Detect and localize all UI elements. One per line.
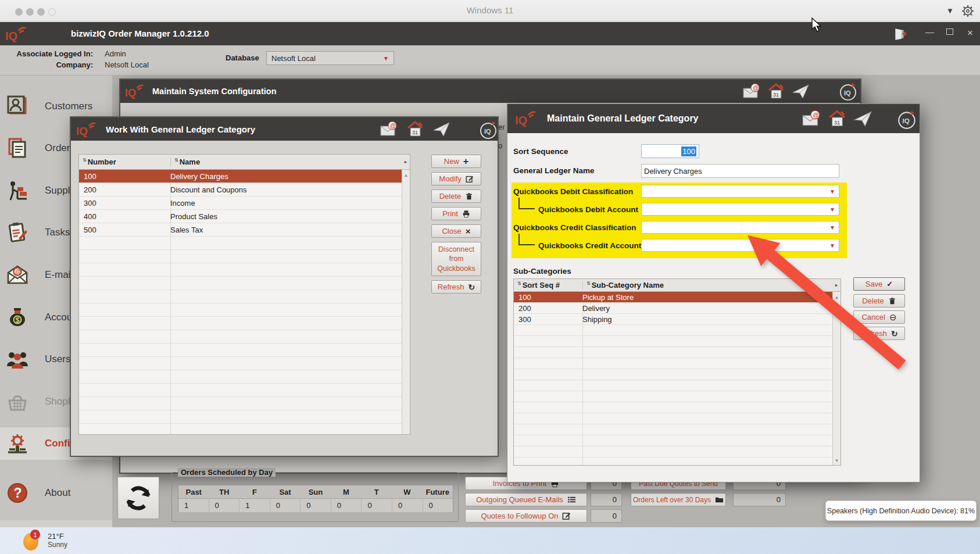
column-options-icon[interactable]: ▸ — [402, 159, 410, 165]
iq-plus-icon[interactable] — [896, 108, 918, 130]
database-value: Netsoft Local — [271, 54, 316, 63]
logged-in-value: Admin — [105, 49, 126, 58]
orders-by-day-title: Orders Scheduled by Day — [178, 468, 276, 477]
cancel-button[interactable]: Cancel⊖ — [853, 310, 905, 324]
glc-row[interactable]: 200 Discount and Coupons — [79, 183, 402, 196]
configuration-icon — [6, 432, 29, 455]
close-window-button[interactable]: Close× — [431, 224, 481, 238]
work-with-glc-window: Work With General Ledger Category ⇅Numbe… — [70, 116, 499, 457]
save-button[interactable]: Save✓ — [853, 277, 905, 291]
delete-button[interactable]: Delete — [431, 190, 481, 203]
column-options-icon[interactable]: ▸ — [832, 283, 840, 288]
email-queue-icon[interactable] — [742, 83, 761, 100]
print-button[interactable]: Print — [431, 207, 481, 220]
glc-row[interactable]: 400 Product Sales — [79, 210, 402, 223]
maintain-title: Maintain General Ledger Category — [547, 113, 699, 124]
home-calendar-icon[interactable] — [767, 83, 786, 100]
subcat-row[interactable]: 300 Shipping — [514, 314, 832, 325]
app-title: bizwizIQ Order Manager 1.0.212.0 — [71, 28, 209, 38]
dashboard-refresh-button[interactable] — [117, 477, 159, 519]
refresh-icon: ↻ — [468, 283, 475, 292]
maintain-iq-logo — [514, 109, 538, 128]
outgoing-emails-count: 0 — [591, 493, 622, 506]
subcat-row[interactable]: 200 Delivery — [514, 303, 832, 314]
qb-credit-acct-label: Quickbooks Credit Account — [538, 241, 641, 250]
glc-row[interactable]: 300 Income — [79, 196, 402, 210]
config-iq-logo — [124, 83, 145, 100]
subcat-row-selected[interactable]: 100 Pickup at Store — [514, 292, 832, 303]
printer-icon — [462, 210, 470, 218]
glc-scrollbar[interactable]: ▴ — [402, 170, 410, 434]
trash-icon — [465, 192, 473, 201]
maintain-titlebar[interactable]: Maintain General Ledger Category — [507, 104, 920, 133]
subcat-scrollbar[interactable]: ▴▾ — [832, 292, 840, 465]
chevron-down-icon[interactable]: ▼ — [946, 6, 954, 15]
quickbooks-highlight-block: Quickbooks Debit Classification Quickboo… — [512, 183, 847, 258]
svg-text:$: $ — [16, 316, 20, 324]
trash-icon — [888, 297, 896, 305]
weather-badge: 1 — [30, 530, 40, 539]
accounts-icon: $ — [6, 306, 29, 329]
suppliers-icon — [6, 179, 29, 202]
outgoing-emails-button[interactable]: Outgoing Queued E-Mails — [465, 493, 587, 506]
screen: IQ @ 31 IQ + — [0, 0, 980, 554]
work-with-iq-logo — [76, 120, 98, 138]
send-icon[interactable] — [432, 120, 452, 138]
os-version-label: Windows 11 — [0, 5, 980, 15]
sort-sequence-input[interactable]: 100 — [641, 144, 699, 158]
dropdown-arrow-icon: ▼ — [829, 206, 835, 213]
orders-over-30-button[interactable]: Orders Left over 30 Days — [631, 493, 726, 506]
new-button[interactable]: New+ — [431, 155, 481, 168]
edit-icon — [562, 512, 571, 520]
home-calendar-icon[interactable] — [406, 120, 425, 138]
iq-plus-icon[interactable] — [478, 119, 499, 140]
database-dropdown[interactable]: Netsoft Local ▼ — [266, 51, 394, 65]
email-queue-icon[interactable] — [802, 109, 821, 128]
app-title-bar: bizwizIQ Order Manager 1.0.212.0 — × — [0, 22, 980, 45]
home-calendar-icon[interactable] — [828, 109, 847, 128]
send-icon[interactable] — [853, 109, 874, 128]
delete-button[interactable]: Delete — [853, 294, 905, 308]
gear-icon[interactable] — [961, 5, 974, 17]
iq-plus-icon[interactable] — [838, 81, 859, 102]
refresh-button[interactable]: Refresh↻ — [431, 280, 481, 294]
gl-name-input[interactable]: Delivery Charges — [641, 164, 839, 178]
company-value: Netsoft Local — [105, 60, 149, 69]
quotes-followup-button[interactable]: Quotes to Followup On — [465, 509, 587, 523]
subcat-table-header[interactable]: ⇅Sort Seq # ⇅Sub-Category Name ▸ — [514, 279, 840, 292]
glc-row-selected[interactable]: 100 Delivery Charges — [79, 170, 402, 183]
config-window-titlebar[interactable]: Maintain System Configuration — [120, 80, 860, 103]
weather-widget[interactable]: 1 — [22, 531, 43, 551]
modify-button[interactable]: Modify — [431, 172, 481, 185]
folder-icon — [715, 495, 724, 504]
dropdown-arrow-icon: ▼ — [829, 188, 835, 195]
work-with-titlebar[interactable]: Work With General Ledger Category — [71, 117, 498, 141]
weather-text[interactable]: 21°F Sunny — [48, 532, 67, 549]
sort-icon: ⇅ — [586, 281, 591, 286]
qb-credit-acct-dropdown[interactable]: ▼ — [641, 239, 839, 252]
orders-by-day-table: Past TH F Sat Sun M T W Future 1 0 1 0 0… — [178, 485, 453, 512]
refresh-icon: ↻ — [891, 329, 898, 338]
x-icon: × — [466, 226, 471, 236]
minimize-button[interactable]: — — [925, 27, 934, 37]
hidden-text-fragment: o — [498, 141, 502, 150]
glc-row[interactable]: 500 Sales Tax — [79, 223, 402, 237]
send-icon[interactable] — [792, 83, 810, 100]
qb-credit-class-dropdown[interactable]: ▼ — [641, 221, 839, 234]
email-queue-icon[interactable] — [380, 120, 398, 138]
close-button[interactable]: × — [967, 27, 973, 39]
glc-table: ⇅Number ⇅Name ▸ 100 Delivery Charges 200… — [78, 154, 410, 435]
glc-empty-rows — [79, 237, 402, 434]
session-info-bar: Associate Logged In: Admin Company: Nets… — [0, 45, 980, 76]
svg-text:@: @ — [15, 269, 21, 275]
refresh-button[interactable]: Refresh↻ — [853, 327, 905, 340]
maximize-button[interactable] — [946, 28, 953, 35]
disconnect-quickbooks-button[interactable]: Disconnect from Quickbooks — [431, 242, 481, 276]
sidebar-item-about[interactable]: ? About — [0, 477, 112, 509]
glc-table-header[interactable]: ⇅Number ⇅Name ▸ — [79, 155, 410, 170]
qb-debit-class-dropdown[interactable]: ▼ — [641, 185, 839, 198]
volume-tooltip: Speakers (High Definition Audio Device):… — [825, 501, 977, 521]
logout-door-icon[interactable] — [893, 27, 908, 40]
sort-icon: ⇅ — [517, 281, 521, 286]
qb-debit-acct-dropdown[interactable]: ▼ — [641, 203, 839, 216]
